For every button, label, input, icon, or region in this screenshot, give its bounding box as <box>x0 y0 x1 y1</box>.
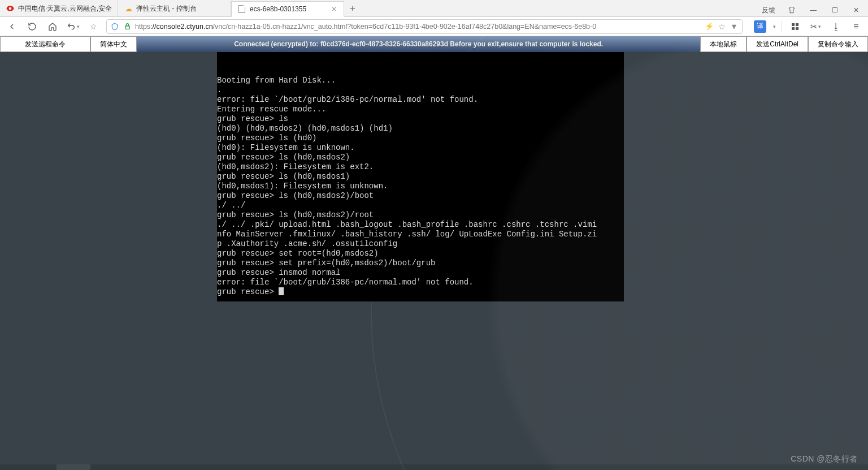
terminal-line: grub rescue> set prefix=(hd0,msdos2)/boo… <box>217 258 624 268</box>
extensions-button[interactable] <box>788 19 802 34</box>
vnc-viewport[interactable]: Booting from Hard Disk....error: file `/… <box>0 52 868 470</box>
terminal-line: grub rescue> ls (hd0,msdos2)/root <box>217 210 624 220</box>
new-tab-button[interactable]: + <box>344 1 361 16</box>
terminal-line: grub rescue> ls (hd0) <box>217 133 624 143</box>
terminal-line: grub rescue> set root=(hd0,msdos2) <box>217 249 624 258</box>
terminal-line: Booting from Hard Disk... <box>217 76 624 85</box>
close-tab-icon[interactable]: × <box>330 5 338 13</box>
watermark: CSDN @忍冬行者 <box>791 454 858 464</box>
remote-taskbar-segment <box>57 464 90 470</box>
address-bar[interactable]: https://console2.ctyun.cn/vnc/cn-hazz1a-… <box>106 19 743 34</box>
svg-rect-1 <box>125 26 129 29</box>
send-ctrlaltdel-button[interactable]: 发送CtrlAltDel <box>747 36 808 52</box>
terminal-line: p .Xauthority .acme.sh/ .ossutilconfig <box>217 239 624 249</box>
terminal-line: Entering rescue mode... <box>217 105 624 114</box>
terminal-line: grub rescue> ls (hd0,msdos1) <box>217 172 624 182</box>
terminal-line: ./ ../ <box>217 201 624 210</box>
browser-tab-strip: 中国电信·天翼云,云网融合,安全 ☁ 弹性云主机 - 控制台 ecs-6e8b-… <box>0 0 868 17</box>
terminal-line: (hd0,msdos2): Filesystem is ext2. <box>217 162 624 172</box>
terminal-line: ./ ../ .pki/ upload.html .bash_logout .b… <box>217 220 624 230</box>
vnc-toolbar: 发送远程命令 简体中文 Connected (encrypted) to: f0… <box>0 36 868 52</box>
terminal-line: nfo MainServer .fmxlinux/ .bash_history … <box>217 230 624 239</box>
bookmark-icon[interactable]: ☆ <box>717 22 726 31</box>
terminal-line: grub rescue> ls (hd0,msdos2)/boot <box>217 191 624 201</box>
terminal-line: grub rescue> insmod normal <box>217 268 624 278</box>
speed-icon[interactable]: ⚡ <box>705 22 714 31</box>
svg-point-0 <box>9 7 12 10</box>
tab-ecs-console[interactable]: ☁ 弹性云主机 - 控制台 <box>118 1 231 16</box>
tab-vnc[interactable]: ecs-6e8b-0301355 × <box>231 1 344 17</box>
feedback-link[interactable]: 反馈 <box>758 6 779 15</box>
terminal-line: error: file `/boot/grub/i386-pc/normal.m… <box>217 278 624 287</box>
remote-taskbar <box>0 464 868 470</box>
browser-toolbar: ▾ ☆ https://console2.ctyun.cn/vnc/cn-haz… <box>0 17 868 36</box>
menu-button[interactable]: ≡ <box>849 19 863 34</box>
minimize-button[interactable]: — <box>805 4 822 16</box>
translate-dropdown-icon[interactable]: ▾ <box>773 24 776 29</box>
terminal-line: (hd0,msdos1): Filesystem is unknown. <box>217 182 624 191</box>
copy-cmd-input-button[interactable]: 复制命令输入 <box>808 36 868 52</box>
ctyun-favicon <box>6 4 15 13</box>
reload-button[interactable] <box>25 19 40 34</box>
site-info-icon[interactable] <box>110 22 119 31</box>
home-button[interactable] <box>45 19 60 34</box>
close-window-button[interactable]: ✕ <box>848 4 865 16</box>
terminal-line: grub rescue> <box>217 287 624 297</box>
vnc-status-text: Connected (encrypted) to: f0cd376d-ecf0-… <box>137 36 700 52</box>
terminal-line: (hd0): Filesystem is unknown. <box>217 143 624 153</box>
terminal-output[interactable]: Booting from Hard Disk....error: file `/… <box>217 52 624 301</box>
local-mouse-button[interactable]: 本地鼠标 <box>700 36 747 52</box>
back-button[interactable] <box>5 19 19 34</box>
tab-ctyun[interactable]: 中国电信·天翼云,云网融合,安全 <box>0 1 118 16</box>
cloud-favicon: ☁ <box>124 4 133 13</box>
language-button[interactable]: 简体中文 <box>90 36 137 52</box>
toolbar-right: 译 ▾ ✂▾ ⭳ ≡ <box>748 19 863 34</box>
terminal-line: grub rescue> ls (hd0,msdos2) <box>217 153 624 162</box>
translate-button[interactable]: 译 <box>754 20 766 33</box>
url-text: https://console2.ctyun.cn/vnc/cn-hazz1a-… <box>135 23 596 31</box>
tab-label: ecs-6e8b-0301355 <box>250 5 330 13</box>
terminal-line: . <box>217 85 624 95</box>
undo-close-button[interactable]: ▾ <box>66 19 80 34</box>
tab-label: 中国电信·天翼云,云网融合,安全 <box>18 4 112 14</box>
document-favicon <box>237 5 246 14</box>
tab-label: 弹性云主机 - 控制台 <box>136 4 225 14</box>
screenshot-button[interactable]: ✂▾ <box>808 19 823 34</box>
addr-dropdown-icon[interactable]: ▾ <box>730 22 739 31</box>
terminal-line: (hd0) (hd0,msdos2) (hd0,msdos1) (hd1) <box>217 124 624 133</box>
skin-icon[interactable] <box>783 4 800 16</box>
send-remote-cmd-button[interactable]: 发送远程命令 <box>0 36 90 52</box>
lock-icon[interactable] <box>123 22 132 31</box>
separator <box>782 21 782 32</box>
favorite-button[interactable]: ☆ <box>86 19 101 34</box>
terminal-line: grub rescue> ls <box>217 114 624 124</box>
maximize-button[interactable]: ☐ <box>826 4 843 16</box>
terminal-line: error: file `/boot/grub2/i386-pc/normal.… <box>217 95 624 105</box>
download-button[interactable]: ⭳ <box>828 19 843 34</box>
